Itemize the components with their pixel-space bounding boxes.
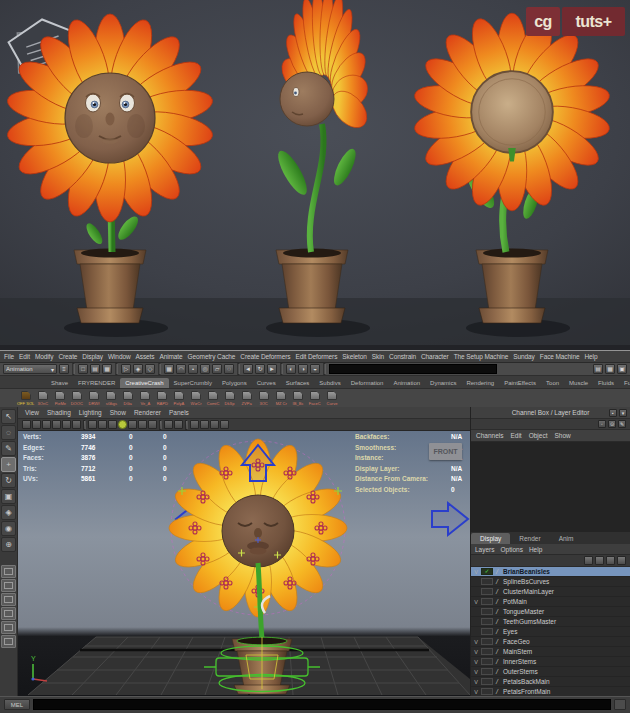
screen-space-ao-icon[interactable] <box>138 420 147 429</box>
layer-row[interactable]: V BrianBeanisles <box>471 567 630 577</box>
layer-visibility-toggle[interactable]: V <box>471 569 481 575</box>
layer-editor-tab[interactable]: Anim <box>550 533 583 544</box>
menu-item[interactable]: File <box>4 353 14 360</box>
layer-editor-tab[interactable]: Render <box>510 533 549 544</box>
toolbar-divider[interactable] <box>185 420 188 430</box>
shelf-tab[interactable]: PaintEffects <box>499 378 541 388</box>
layer-display-type-box[interactable] <box>481 638 493 645</box>
render-current-frame-icon[interactable]: ◐ <box>286 364 296 374</box>
layer-row[interactable]: V MainStem <box>471 647 630 657</box>
select-tool[interactable]: ↖ <box>1 409 16 424</box>
snap-point-icon[interactable]: • <box>188 364 198 374</box>
panel-menu-item[interactable]: Lighting <box>79 409 102 416</box>
lasso-select-tool[interactable]: ◌ <box>1 425 16 440</box>
shelf-button[interactable]: MZ Cr <box>273 391 289 406</box>
isolate-select-icon[interactable] <box>174 420 183 429</box>
layer-display-type-box[interactable] <box>481 658 493 665</box>
menu-item[interactable]: Face Machine <box>540 353 580 360</box>
layer-visibility-toggle[interactable]: V <box>471 689 481 695</box>
snap-curve-icon[interactable]: ◠ <box>176 364 186 374</box>
menu-item[interactable]: Window <box>108 353 131 360</box>
layer-row[interactable]: V PetalsFrontMain <box>471 687 630 696</box>
layer-display-type-box[interactable] <box>481 628 493 635</box>
select-hierarchy-icon[interactable]: ▷ <box>121 364 131 374</box>
layer-visibility-toggle[interactable]: V <box>471 679 481 685</box>
shelf-tab[interactable]: Fluids <box>593 378 619 388</box>
shelf-button[interactable]: sGkgs <box>103 391 119 406</box>
new-empty-layer-icon[interactable] <box>606 556 615 565</box>
two-d-pan-zoom-icon[interactable] <box>62 420 71 429</box>
construction-history-icon[interactable]: ↻ <box>255 364 265 374</box>
camera-attributes-icon[interactable] <box>32 420 41 429</box>
snap-projected-center-icon[interactable]: ◎ <box>200 364 210 374</box>
layer-visibility-toggle[interactable]: V <box>471 669 481 675</box>
sort-panels-icon[interactable]: ▦ <box>605 364 615 374</box>
toolbar-divider[interactable] <box>237 363 240 375</box>
menu-item[interactable]: Modify <box>35 353 54 360</box>
menu-item[interactable]: Constrain <box>389 353 416 360</box>
shadows-icon[interactable] <box>128 420 137 429</box>
menu-item[interactable]: Edit <box>19 353 30 360</box>
layout-hypershade-persp[interactable] <box>1 621 16 634</box>
shelf-tab[interactable]: Subdivs <box>314 378 345 388</box>
channel-box-menu-item[interactable]: Show <box>554 432 570 439</box>
input-connections-icon[interactable]: ◄ <box>243 364 253 374</box>
shelf-tab[interactable]: Fur <box>619 378 630 388</box>
layout-persp-outliner[interactable] <box>1 593 16 606</box>
new-scene-icon[interactable]: □ <box>78 364 88 374</box>
shelf-tab[interactable]: Rendering <box>461 378 499 388</box>
layer-row[interactable]: V InnerStems <box>471 657 630 667</box>
shelf-tab[interactable]: Shave <box>46 378 73 388</box>
toolbar-divider[interactable] <box>115 363 118 375</box>
shelf-button[interactable]: PolyA <box>171 391 187 406</box>
panel-menu-item[interactable]: View <box>25 409 39 416</box>
toolbar-divider[interactable] <box>158 363 161 375</box>
field-chart-icon[interactable] <box>210 420 219 429</box>
layer-row[interactable]: TeethGumsMaster <box>471 617 630 627</box>
safe-action-icon[interactable] <box>220 420 229 429</box>
menu-item[interactable]: Assets <box>136 353 155 360</box>
snap-grid-icon[interactable]: ▦ <box>164 364 174 374</box>
shelf-button[interactable]: Ve_A <box>137 391 153 406</box>
xray-icon[interactable] <box>164 420 173 429</box>
layer-display-type-box[interactable] <box>481 678 493 685</box>
shelf-button[interactable]: ZVPa <box>239 391 255 406</box>
medium-manip-speed-icon[interactable]: ⊙ <box>608 420 616 428</box>
shelf-button[interactable]: DRWf <box>86 391 102 406</box>
shelf-button[interactable]: FaceC <box>307 391 323 406</box>
bookmark-icon[interactable] <box>42 420 51 429</box>
menu-item[interactable]: Create <box>58 353 77 360</box>
ipr-render-icon[interactable]: ◑ <box>298 364 308 374</box>
pin-panel-icon[interactable]: ▪ <box>609 409 617 417</box>
toolbar-divider[interactable] <box>72 363 75 375</box>
layer-editor-tab[interactable]: Display <box>471 533 510 544</box>
panel-menu-item[interactable]: Renderer <box>134 409 161 416</box>
layer-row[interactable]: ClusterMainLayer <box>471 587 630 597</box>
select-camera-icon[interactable] <box>22 420 31 429</box>
slow-manip-speed-icon[interactable]: ◦ <box>598 420 606 428</box>
shelf-button[interactable]: WizCr <box>188 391 204 406</box>
menu-item[interactable]: Character <box>421 353 449 360</box>
shelf-tab[interactable]: Animation <box>388 378 425 388</box>
image-plane-icon[interactable] <box>52 420 61 429</box>
layer-visibility-toggle[interactable]: V <box>471 639 481 645</box>
layer-display-type-box[interactable] <box>481 608 493 615</box>
toolbar-divider[interactable] <box>83 420 86 430</box>
snap-view-plane-icon[interactable]: ▱ <box>212 364 222 374</box>
panel-menu-item[interactable]: Shading <box>47 409 71 416</box>
quick-selection-icon[interactable]: ▤ <box>593 364 603 374</box>
channel-box-menu-item[interactable]: Edit <box>510 432 521 439</box>
shelf-button[interactable]: OFF SOL <box>18 391 34 406</box>
menu-item[interactable]: Sunday <box>513 353 534 360</box>
select-object-icon[interactable]: ◈ <box>133 364 143 374</box>
toolbar-divider[interactable] <box>323 363 326 375</box>
shelf-button[interactable]: RAPD <box>154 391 170 406</box>
shelf-button[interactable]: ComtC <box>205 391 221 406</box>
universal-manipulator-tool[interactable]: ◈ <box>1 505 16 520</box>
mel-toggle-button[interactable]: MEL <box>4 699 30 710</box>
shelf-button[interactable]: 3OC <box>256 391 272 406</box>
channel-box-menu-item[interactable]: Channels <box>476 432 503 439</box>
shelf-tab[interactable]: Muscle <box>564 378 593 388</box>
render-settings-icon[interactable]: ◒ <box>310 364 320 374</box>
layer-row[interactable]: TongueMaster <box>471 607 630 617</box>
